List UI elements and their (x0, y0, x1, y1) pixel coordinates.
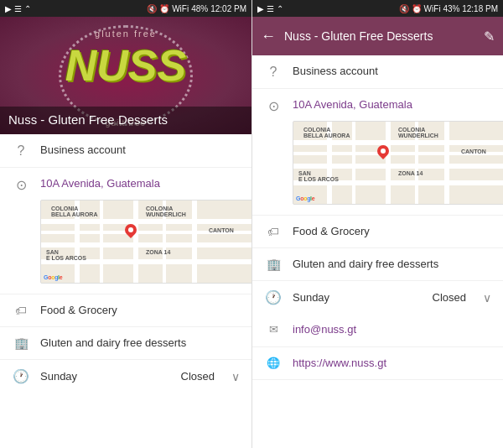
clock-icon: 🕐 (12, 368, 30, 384)
right-google-logo: Google (296, 195, 314, 201)
map-label-san-arcos: SANE LOS ARCOS (46, 249, 86, 261)
edit-button[interactable]: ✎ (484, 29, 495, 44)
category-text: Food & Grocery (40, 303, 117, 318)
hours-status: Closed (181, 370, 215, 383)
right-status-bar: ▶ ☰ ⌃ 🔇 ⏰ WiFi 43% 12:18 PM (252, 0, 503, 17)
right-time: 12:18 PM (462, 4, 498, 13)
right-map-label-bella-aurora: COLONIABELLA AURORA (303, 127, 350, 138)
right-header-title: Nuss - Gluten Free Desserts (284, 29, 475, 43)
right-clock-icon: 🕐 (264, 289, 283, 305)
email-row[interactable]: ✉ info@nuss.gt (252, 314, 503, 346)
address-row: ⊙ 10A Avenida, Guatemala COLONIABELLA AU… (0, 168, 252, 294)
business-icon: ? (12, 143, 30, 159)
website-text[interactable]: https://www.nuss.gt (293, 356, 386, 371)
left-mute-icon: 🔇 (147, 4, 157, 13)
right-category-text: Food & Grocery (293, 224, 370, 239)
tag-icon: 🏷 (12, 304, 30, 317)
category-row: 🏷 Food & Grocery (0, 294, 252, 327)
right-map-label-zona14: ZONA 14 (398, 170, 423, 176)
right-map-label-wunderlich: COLONIAWUNDERLICH (398, 127, 438, 138)
description-row: 🏢 Gluten and dairy free desserts (0, 327, 252, 360)
right-business-icon: ? (264, 65, 283, 80)
location-icon: ⊙ (12, 177, 30, 193)
right-status-right: 🔇 ⏰ WiFi 43% 12:18 PM (399, 4, 498, 13)
right-hours-status: Closed (433, 291, 466, 304)
left-status-left: ▶ ☰ ⌃ (5, 4, 31, 13)
map-label-wunderlich: COLONIAWUNDERLICH (146, 206, 186, 217)
right-category-row: 🏷 Food & Grocery (252, 216, 503, 248)
envelope-icon: ✉ (264, 323, 283, 336)
email-text[interactable]: info@nuss.gt (293, 322, 356, 337)
right-map-label-canton: CANTON (461, 148, 486, 154)
right-panel: ▶ ☰ ⌃ 🔇 ⏰ WiFi 43% 12:18 PM ← Nuss - Glu… (252, 0, 503, 448)
right-map-label-san-arcos: SANE LOS ARCOS (298, 170, 339, 182)
map-label-zona14: ZONA 14 (146, 249, 170, 255)
right-wifi-icon: WiFi (424, 4, 441, 13)
right-alarm-icon: ⏰ (412, 4, 422, 13)
right-address-row: ⊙ 10A Avenida, Guatemala COLONIABELLA AU… (252, 89, 503, 216)
left-panel: ▶ ☰ ⌃ 🔇 ⏰ WiFi 48% 12:02 PM gluten free … (0, 0, 252, 448)
left-status-icons: ▶ ☰ ⌃ (5, 4, 31, 13)
right-status-left: ▶ ☰ ⌃ (257, 4, 283, 13)
right-content: ? Business account ⊙ 10A Avenida, Guatem… (252, 55, 503, 448)
left-alarm-icon: ⏰ (159, 4, 169, 13)
right-building-icon: 🏢 (264, 258, 283, 271)
left-status-bar: ▶ ☰ ⌃ 🔇 ⏰ WiFi 48% 12:02 PM (0, 0, 252, 17)
right-business-account-label: Business account (293, 64, 378, 79)
map-label-bella-aurora: COLONIABELLA AURORA (51, 206, 97, 217)
hours-day: Sunday (40, 370, 171, 383)
right-description-text: Gluten and dairy free desserts (293, 257, 438, 272)
right-hours-row[interactable]: 🕐 Sunday Closed ∨ (252, 281, 503, 314)
website-row[interactable]: 🌐 https://www.nuss.gt (252, 347, 503, 380)
right-chevron-down-icon[interactable]: ∨ (483, 291, 491, 305)
right-battery: 43% (443, 4, 459, 13)
business-account-row: ? Business account (0, 134, 252, 168)
left-battery: 48% (191, 4, 208, 13)
right-map[interactable]: COLONIABELLA AURORA COLONIAWUNDERLICH ZO… (293, 121, 503, 205)
hero-gluten-free-text: gluten free (95, 29, 157, 39)
right-status-icons: ▶ ☰ ⌃ (257, 4, 283, 13)
building-icon: 🏢 (12, 336, 30, 350)
right-address-text[interactable]: 10A Avenida, Guatemala (293, 97, 412, 112)
business-account-label: Business account (40, 143, 126, 158)
hours-row[interactable]: 🕐 Sunday Closed ∨ (0, 360, 252, 393)
hero-title: Nuss - Gluten Free Desserts (0, 107, 252, 135)
globe-icon: 🌐 (264, 357, 283, 369)
map-pin (125, 224, 137, 239)
right-tag-icon: 🏷 (264, 225, 283, 238)
right-map-pin (377, 145, 389, 160)
left-content: ? Business account ⊙ 10A Avenida, Guatem… (0, 134, 252, 448)
hero-nuss-text: NUSS (65, 40, 186, 91)
address-text[interactable]: 10A Avenida, Guatemala (40, 176, 160, 191)
left-hero: gluten free NUSS guilt free Nuss - Glute… (0, 17, 252, 134)
right-location-icon: ⊙ (264, 98, 283, 114)
right-header: ← Nuss - Gluten Free Desserts ✎ (252, 17, 503, 55)
left-wifi-icon: WiFi (172, 4, 189, 13)
back-button[interactable]: ← (261, 28, 276, 45)
right-mute-icon: 🔇 (399, 4, 409, 13)
right-description-row: 🏢 Gluten and dairy free desserts (252, 248, 503, 281)
google-logo: Google (44, 274, 62, 280)
map-label-canton: CANTON (209, 227, 234, 233)
left-status-right: 🔇 ⏰ WiFi 48% 12:02 PM (147, 4, 246, 13)
left-map[interactable]: COLONIABELLA AURORA COLONIAWUNDERLICH ZO… (40, 200, 252, 284)
right-hours-day: Sunday (293, 291, 423, 304)
chevron-down-icon[interactable]: ∨ (231, 370, 240, 383)
right-business-account-row: ? Business account (252, 55, 503, 89)
description-text: Gluten and dairy free desserts (40, 336, 186, 351)
left-time: 12:02 PM (210, 4, 246, 13)
